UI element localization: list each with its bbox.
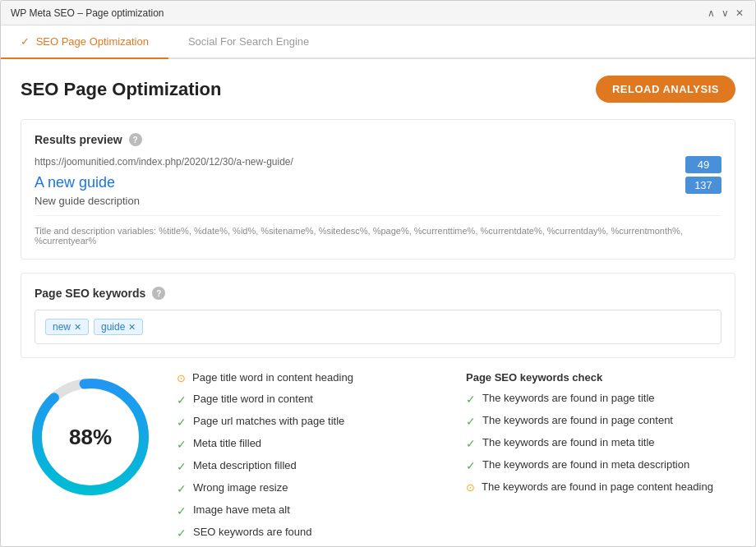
check-icon-pass-7: ✓ bbox=[177, 526, 187, 540]
tab-social-label: Social For Search Engine bbox=[188, 35, 309, 48]
check-text-4: Meta description filled bbox=[193, 459, 297, 471]
title-bar: WP Meta SEO – Page optimization ∧ ∨ ✕ bbox=[1, 1, 755, 25]
preview-description: New guide description bbox=[35, 195, 672, 207]
main-content: SEO Page Optimization RELOAD ANALYSIS Re… bbox=[1, 59, 755, 546]
check-text-1: Page title word in content bbox=[193, 393, 313, 405]
check-right-text-3: The keywords are found in meta descripti… bbox=[482, 458, 689, 471]
check-text-5: Wrong image resize bbox=[193, 481, 288, 494]
check-icon-pass-5: ✓ bbox=[177, 482, 187, 495]
check-right-icon-2: ✓ bbox=[466, 437, 476, 450]
close-icon[interactable]: ✕ bbox=[734, 7, 745, 19]
variables-text: Title and description variables: %title%… bbox=[35, 215, 721, 246]
main-window: WP Meta SEO – Page optimization ∧ ∨ ✕ ✓ … bbox=[0, 0, 756, 547]
check-item-7: ✓ SEO keywords are found bbox=[177, 526, 446, 540]
check-item-6: ✓ Image have meta alt bbox=[177, 503, 446, 517]
check-text-2: Page url matches with page title bbox=[193, 415, 344, 427]
keyword-tag-guide: guide ✕ bbox=[94, 319, 143, 335]
check-right-item-1: ✓ The keywords are found in page content bbox=[466, 414, 735, 428]
desc-length-badge: 137 bbox=[685, 177, 721, 194]
keyword-label-guide: guide bbox=[101, 321, 125, 333]
keyword-label-new: new bbox=[53, 321, 71, 333]
check-icon-pass-6: ✓ bbox=[177, 504, 187, 517]
tabs-bar: ✓ SEO Page Optimization Social For Searc… bbox=[1, 25, 755, 59]
check-right-text-2: The keywords are found in meta title bbox=[482, 436, 655, 448]
check-right-text-4: The keywords are found in page content h… bbox=[482, 480, 713, 493]
check-icon-pass-4: ✓ bbox=[177, 460, 187, 473]
results-preview-help-icon[interactable]: ? bbox=[129, 133, 142, 146]
preview-right: 49 137 bbox=[685, 156, 721, 194]
check-text-7: SEO keywords are found bbox=[193, 526, 312, 538]
page-title: SEO Page Optimization bbox=[21, 79, 221, 100]
check-icon-pass-1: ✓ bbox=[177, 393, 187, 407]
check-item-4: ✓ Meta description filled bbox=[177, 459, 446, 473]
title-length-badge: 49 bbox=[685, 156, 721, 173]
tab-check-icon: ✓ bbox=[21, 35, 30, 48]
minimize-icon[interactable]: ∧ bbox=[706, 7, 717, 19]
preview-link-title: A new guide bbox=[35, 174, 672, 191]
keywords-help-icon[interactable]: ? bbox=[152, 287, 165, 300]
check-item-3: ✓ Meta title filled bbox=[177, 437, 446, 451]
check-right-icon-3: ✓ bbox=[466, 459, 476, 472]
reload-analysis-button[interactable]: RELOAD ANALYSIS bbox=[596, 76, 735, 103]
checks-right-column: Page SEO keywords check ✓ The keywords a… bbox=[466, 371, 735, 546]
score-circle: 88% bbox=[25, 371, 156, 503]
check-right-item-0: ✓ The keywords are found in page title bbox=[466, 392, 735, 406]
check-item-0: ⊙ Page title word in content heading bbox=[177, 371, 446, 384]
check-icon-warn-0: ⊙ bbox=[177, 372, 186, 384]
check-icon-pass-3: ✓ bbox=[177, 438, 187, 451]
preview-url: https://joomunitied.com/index.php/2020/1… bbox=[35, 156, 672, 168]
check-icon-pass-2: ✓ bbox=[177, 416, 187, 429]
score-text: 88% bbox=[69, 425, 112, 450]
window-controls: ∧ ∨ ✕ bbox=[706, 7, 745, 19]
tab-social[interactable]: Social For Search Engine bbox=[168, 25, 329, 57]
check-text-0: Page title word in content heading bbox=[192, 371, 353, 384]
tab-seo-label: SEO Page Optimization bbox=[36, 35, 149, 48]
keyword-tag-new: new ✕ bbox=[45, 319, 89, 335]
keyword-remove-new[interactable]: ✕ bbox=[74, 322, 81, 333]
check-right-text-1: The keywords are found in page content bbox=[482, 414, 673, 426]
check-item-1: ✓ Page title word in content bbox=[177, 393, 446, 407]
check-right-item-3: ✓ The keywords are found in meta descrip… bbox=[466, 458, 735, 472]
keywords-header: Page SEO keywords ? bbox=[35, 287, 721, 300]
results-preview-title: Results preview bbox=[35, 133, 122, 146]
restore-icon[interactable]: ∨ bbox=[720, 7, 731, 19]
preview-row: https://joomunitied.com/index.php/2020/1… bbox=[35, 156, 721, 207]
analysis-section: 88% ⊙ Page title word in content heading… bbox=[21, 371, 735, 546]
check-text-3: Meta title filled bbox=[193, 437, 261, 449]
tab-seo[interactable]: ✓ SEO Page Optimization bbox=[1, 25, 168, 57]
check-right-icon-1: ✓ bbox=[466, 415, 476, 428]
results-preview-section: Results preview ? https://joomunitied.co… bbox=[21, 119, 735, 260]
keywords-title: Page SEO keywords bbox=[35, 287, 145, 300]
check-right-text-0: The keywords are found in page title bbox=[482, 392, 655, 404]
preview-left: https://joomunitied.com/index.php/2020/1… bbox=[35, 156, 672, 207]
page-header: SEO Page Optimization RELOAD ANALYSIS bbox=[21, 76, 735, 103]
keyword-remove-guide[interactable]: ✕ bbox=[128, 322, 136, 333]
keywords-input-area[interactable]: new ✕ guide ✕ bbox=[35, 310, 721, 344]
keywords-section: Page SEO keywords ? new ✕ guide ✕ bbox=[21, 273, 735, 358]
checks-right-col-title: Page SEO keywords check bbox=[466, 371, 735, 384]
score-circle-container: 88% bbox=[21, 371, 160, 503]
check-right-item-2: ✓ The keywords are found in meta title bbox=[466, 436, 735, 450]
window-title: WP Meta SEO – Page optimization bbox=[11, 7, 164, 19]
check-right-icon-0: ✓ bbox=[466, 393, 476, 406]
check-right-icon-4: ⊙ bbox=[466, 481, 475, 494]
check-item-5: ✓ Wrong image resize bbox=[177, 481, 446, 495]
checks-columns: ⊙ Page title word in content heading ✓ P… bbox=[177, 371, 735, 546]
check-text-6: Image have meta alt bbox=[193, 503, 290, 516]
check-right-item-4: ⊙ The keywords are found in page content… bbox=[466, 480, 735, 494]
checks-left-column: ⊙ Page title word in content heading ✓ P… bbox=[177, 371, 446, 546]
check-item-2: ✓ Page url matches with page title bbox=[177, 415, 446, 429]
results-preview-header: Results preview ? bbox=[35, 133, 721, 146]
